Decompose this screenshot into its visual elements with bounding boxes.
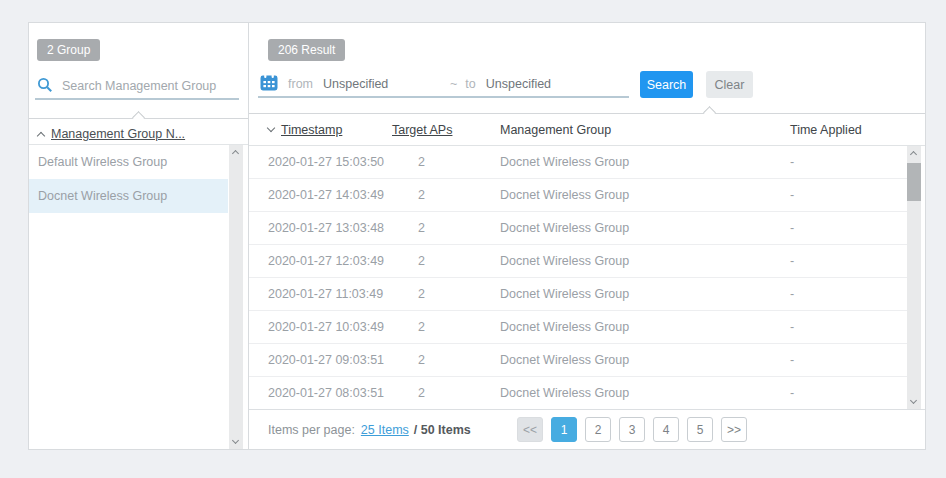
chevron-down-icon	[267, 124, 275, 132]
cell-time-applied: -	[790, 188, 907, 202]
cell-time-applied: -	[790, 287, 907, 301]
page-button-3[interactable]: 3	[619, 417, 645, 442]
group-sort-label: Management Group N...	[51, 127, 185, 141]
list-item-docnet-wireless-group[interactable]: Docnet Wireless Group	[29, 179, 228, 213]
cell-timestamp: 2020-01-27 08:03:51	[268, 386, 392, 400]
column-label: Target APs	[392, 123, 452, 137]
cell-time-applied: -	[790, 386, 907, 400]
column-header-management-group: Management Group	[500, 123, 790, 137]
table-row[interactable]: 2020-01-27 15:03:50 2 Docnet Wireless Gr…	[249, 146, 907, 179]
range-separator: ~	[450, 77, 457, 91]
cell-group: Docnet Wireless Group	[500, 155, 790, 169]
items-per-page-link[interactable]: 25 Items	[361, 423, 409, 437]
cell-time-applied: -	[790, 221, 907, 235]
items-per-page-label: Items per page:	[268, 423, 355, 437]
pager: << 1 2 3 4 5 >>	[517, 417, 747, 442]
group-search-row	[35, 73, 239, 100]
table-row[interactable]: 2020-01-27 13:03:48 2 Docnet Wireless Gr…	[249, 212, 907, 245]
search-input[interactable]	[62, 79, 239, 93]
cell-target-aps: 2	[392, 320, 500, 334]
group-count-badge: 2 Group	[37, 39, 100, 61]
cell-target-aps: 2	[392, 386, 500, 400]
cell-time-applied: -	[790, 320, 907, 334]
search-icon	[37, 77, 53, 93]
group-list-scrollbar[interactable]	[229, 145, 243, 449]
cell-timestamp: 2020-01-27 14:03:49	[268, 188, 392, 202]
pagination-bar: Items per page: 25 Items / 50 Items << 1…	[249, 409, 925, 449]
chevron-up-icon	[37, 131, 45, 139]
cell-group: Docnet Wireless Group	[500, 386, 790, 400]
scrollbar-thumb[interactable]	[907, 163, 921, 201]
table-scrollbar[interactable]	[907, 146, 921, 409]
page-button-2[interactable]: 2	[585, 417, 611, 442]
cell-time-applied: -	[790, 353, 907, 367]
cell-timestamp: 2020-01-27 12:03:49	[268, 254, 392, 268]
total-items-label: / 50 Items	[414, 423, 471, 437]
table-row[interactable]: 2020-01-27 11:03:49 2 Docnet Wireless Gr…	[249, 278, 907, 311]
column-label: Timestamp	[281, 123, 342, 137]
cell-group: Docnet Wireless Group	[500, 287, 790, 301]
cell-target-aps: 2	[392, 287, 500, 301]
page-button-1[interactable]: 1	[551, 417, 577, 442]
cell-target-aps: 2	[392, 221, 500, 235]
cell-group: Docnet Wireless Group	[500, 188, 790, 202]
date-range-filter: from Unspecified ~ to Unspecified	[258, 71, 629, 98]
table-row[interactable]: 2020-01-27 14:03:49 2 Docnet Wireless Gr…	[249, 179, 907, 212]
page-button-5[interactable]: 5	[687, 417, 713, 442]
result-count-badge: 206 Result	[268, 39, 345, 61]
cell-timestamp: 2020-01-27 11:03:49	[268, 287, 392, 301]
table-body: 2020-01-27 15:03:50 2 Docnet Wireless Gr…	[249, 146, 907, 409]
cell-group: Docnet Wireless Group	[500, 254, 790, 268]
group-list-panel: 2 Group Management Group N... Default Wi…	[29, 23, 249, 449]
from-label: from	[288, 77, 313, 91]
table-header-row: Timestamp Target APs Management Group Ti…	[249, 114, 925, 146]
search-button[interactable]: Search	[640, 71, 693, 98]
cell-timestamp: 2020-01-27 10:03:49	[268, 320, 392, 334]
cell-target-aps: 2	[392, 353, 500, 367]
page-button-4[interactable]: 4	[653, 417, 679, 442]
group-item-label: Default Wireless Group	[38, 155, 167, 169]
group-list: Default Wireless Group Docnet Wireless G…	[29, 145, 228, 213]
table-row[interactable]: 2020-01-27 12:03:49 2 Docnet Wireless Gr…	[249, 245, 907, 278]
from-date-field[interactable]: Unspecified	[323, 77, 450, 91]
calendar-icon	[260, 74, 278, 91]
last-page-button[interactable]: >>	[721, 417, 747, 442]
scroll-down-icon[interactable]	[232, 437, 239, 444]
cell-timestamp: 2020-01-27 13:03:48	[268, 221, 392, 235]
cell-group: Docnet Wireless Group	[500, 320, 790, 334]
table-row[interactable]: 2020-01-27 08:03:51 2 Docnet Wireless Gr…	[249, 377, 907, 409]
first-page-button[interactable]: <<	[517, 417, 543, 442]
group-sort-header[interactable]: Management Group N...	[38, 124, 185, 144]
to-date-field[interactable]: Unspecified	[486, 77, 551, 91]
cell-group: Docnet Wireless Group	[500, 221, 790, 235]
cell-target-aps: 2	[392, 155, 500, 169]
scroll-up-icon[interactable]	[232, 150, 239, 157]
cell-time-applied: -	[790, 155, 907, 169]
filter-divider	[29, 118, 248, 119]
scroll-down-icon[interactable]	[910, 397, 917, 404]
results-panel: 206 Result from Unspecified ~ to Unspeci…	[249, 23, 925, 449]
collapse-notch[interactable]	[132, 111, 145, 124]
cell-target-aps: 2	[392, 188, 500, 202]
to-label: to	[465, 77, 475, 91]
cell-time-applied: -	[790, 254, 907, 268]
clear-button[interactable]: Clear	[706, 71, 753, 98]
cell-group: Docnet Wireless Group	[500, 353, 790, 367]
scroll-up-icon[interactable]	[910, 151, 917, 158]
cell-target-aps: 2	[392, 254, 500, 268]
table-row[interactable]: 2020-01-27 09:03:51 2 Docnet Wireless Gr…	[249, 344, 907, 377]
apply-history-window: 2 Group Management Group N... Default Wi…	[28, 22, 926, 450]
group-item-label: Docnet Wireless Group	[38, 189, 167, 203]
column-header-timestamp[interactable]: Timestamp	[268, 123, 392, 137]
table-row[interactable]: 2020-01-27 10:03:49 2 Docnet Wireless Gr…	[249, 311, 907, 344]
column-header-target-aps[interactable]: Target APs	[392, 123, 500, 137]
cell-timestamp: 2020-01-27 09:03:51	[268, 353, 392, 367]
cell-timestamp: 2020-01-27 15:03:50	[268, 155, 392, 169]
column-header-time-applied: Time Applied	[790, 123, 925, 137]
list-item-default-wireless-group[interactable]: Default Wireless Group	[29, 145, 228, 179]
